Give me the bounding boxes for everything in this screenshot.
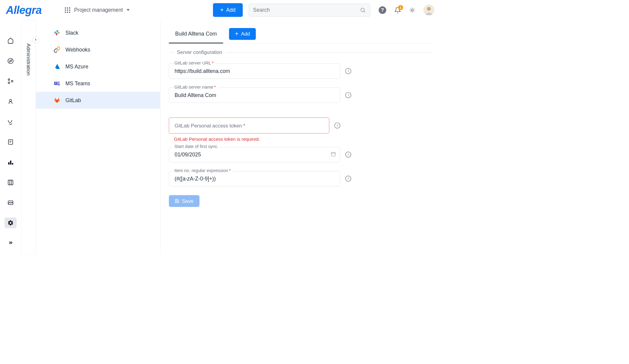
svg-line-6: [414, 11, 414, 12]
help-button[interactable]: ?: [379, 6, 386, 14]
help-icon: ?: [379, 6, 386, 14]
rail-board[interactable]: [5, 177, 17, 188]
rail-document[interactable]: [5, 136, 17, 147]
calendar-icon[interactable]: [330, 151, 336, 158]
svg-rect-25: [8, 180, 13, 185]
document-icon: [8, 139, 14, 145]
field-wrap-regex: Item no. regular expression*: [169, 171, 340, 186]
add-tab-label: Add: [241, 31, 250, 37]
notifications-button[interactable]: 1: [394, 7, 401, 13]
field-wrap-server-url: GitLab server URL*: [169, 64, 340, 79]
sidebar-item-label: Slack: [65, 30, 78, 36]
gear-icon: [8, 220, 14, 226]
start-date-input[interactable]: [169, 147, 340, 162]
content-area: Build Alltena Com + Add Server configura…: [160, 20, 440, 255]
svg-rect-22: [8, 162, 9, 165]
info-icon[interactable]: i: [334, 123, 340, 129]
svg-line-9: [410, 11, 411, 12]
kanban-icon: [8, 179, 14, 186]
sidebar-item-webhooks[interactable]: Webhooks: [36, 41, 160, 58]
svg-rect-31: [57, 30, 58, 32]
sidebar-item-azure[interactable]: MS Azure: [36, 58, 160, 75]
svg-rect-37: [331, 152, 335, 156]
add-tab-button[interactable]: + Add: [229, 28, 256, 40]
rail-explore[interactable]: [5, 55, 17, 66]
svg-rect-29: [56, 33, 57, 35]
info-icon[interactable]: i: [345, 68, 351, 74]
token-error-message: GitLab Personal access token is required…: [174, 136, 432, 142]
logo: Allegra: [6, 4, 42, 16]
sidebar-item-gitlab[interactable]: GitLab: [36, 92, 160, 109]
sidebar-item-label: MS Azure: [65, 63, 88, 69]
person-icon: [8, 98, 14, 105]
plus-icon: +: [220, 7, 223, 13]
field-row-regex: Item no. regular expression* i: [169, 171, 432, 186]
gitlab-icon: [53, 96, 61, 104]
svg-line-5: [410, 8, 411, 8]
rail-image[interactable]: [5, 197, 17, 208]
server-name-input[interactable]: [169, 88, 340, 103]
svg-point-35: [58, 81, 60, 83]
rail-user[interactable]: [5, 96, 17, 107]
svg-rect-24: [12, 163, 13, 165]
sidebar-item-slack[interactable]: Slack: [36, 24, 160, 41]
save-button-label: Save: [182, 198, 193, 204]
topbar-right: ? 1: [379, 5, 435, 15]
module-switcher[interactable]: Project management: [65, 7, 130, 13]
field-row-token: i: [169, 118, 432, 133]
rail-settings[interactable]: [5, 218, 17, 228]
section-legend: Server configuration: [169, 49, 432, 55]
sidebar-item-msteams[interactable]: T MS Teams: [36, 75, 160, 92]
admin-collapse-button[interactable]: [32, 36, 39, 43]
svg-point-12: [427, 7, 431, 11]
sidebar-item-label: MS Teams: [65, 80, 90, 86]
rail-reports[interactable]: [5, 157, 17, 168]
info-icon[interactable]: i: [345, 92, 351, 98]
sun-icon: [409, 7, 416, 13]
settings-sidebar: Slack Webhooks MS Azure T MS Teams GitLa…: [36, 20, 160, 255]
tab-build-alltena[interactable]: Build Alltena Com: [169, 24, 223, 44]
svg-rect-23: [10, 161, 11, 165]
search-icon: [360, 7, 366, 13]
theme-toggle-button[interactable]: [409, 7, 416, 13]
avatar: [423, 5, 434, 15]
chevron-right-icon: [34, 38, 37, 41]
field-row-server-name: GitLab server name* i: [169, 88, 432, 103]
expand-icon: [8, 240, 14, 246]
svg-line-10: [414, 8, 414, 8]
tabs: Build Alltena Com + Add: [169, 24, 432, 44]
bar-chart-icon: [8, 159, 14, 165]
msteams-icon: T: [53, 80, 61, 87]
svg-point-16: [11, 80, 13, 82]
nodes-icon: [8, 78, 14, 84]
image-icon: [8, 199, 14, 206]
svg-point-15: [8, 79, 10, 80]
user-menu-button[interactable]: [423, 5, 434, 15]
regex-label: Item no. regular expression*: [173, 168, 232, 173]
rail-expand[interactable]: [5, 238, 17, 249]
admin-panel-tab: Administration: [21, 20, 36, 255]
rail-home[interactable]: [5, 35, 17, 46]
global-add-button[interactable]: + Add: [213, 3, 243, 17]
slack-icon: [53, 29, 61, 36]
rail-masks[interactable]: [5, 116, 17, 127]
svg-marker-14: [9, 60, 11, 62]
info-icon[interactable]: i: [345, 176, 351, 182]
server-url-label: GitLab server URL*: [173, 61, 215, 66]
search-box[interactable]: [249, 4, 370, 17]
regex-input[interactable]: [169, 171, 340, 186]
search-input[interactable]: [253, 7, 360, 13]
field-row-start-date: Start date of first sync. i: [169, 147, 432, 162]
rail-items[interactable]: [5, 76, 17, 86]
apps-grid-icon: [65, 7, 70, 13]
save-button[interactable]: Save: [169, 195, 199, 207]
start-date-label: Start date of first sync.: [173, 144, 220, 149]
server-url-input[interactable]: [169, 64, 340, 79]
svg-point-17: [8, 82, 10, 83]
plus-icon: +: [235, 31, 238, 37]
token-input[interactable]: [169, 118, 329, 133]
svg-rect-36: [58, 83, 60, 86]
sidebar-item-label: Webhooks: [65, 46, 90, 52]
sidebar-item-label: GitLab: [65, 97, 81, 103]
info-icon[interactable]: i: [345, 152, 351, 158]
